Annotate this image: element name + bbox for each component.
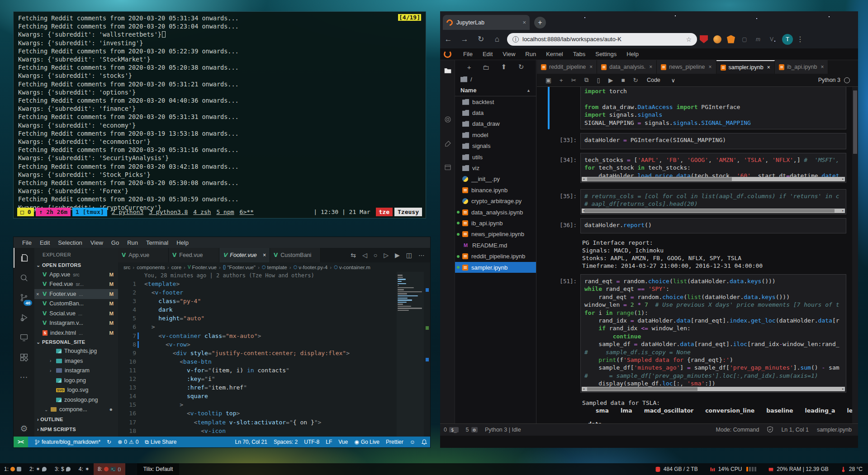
breadcrumb-item[interactable]: core [171,265,181,270]
tab-close-icon[interactable]: × [649,64,652,70]
live-share-button[interactable]: ⧉ Live Share [145,439,176,445]
encoding[interactable]: UTF-8 [304,439,319,445]
run-debug-icon[interactable] [14,308,34,328]
formatter[interactable]: Prettier [386,439,403,445]
open-editor-item[interactable]: VFeed.vuesr...M [34,280,118,290]
next-change-icon[interactable]: ▷ [384,252,389,259]
file-item-README-md[interactable]: MREADME.md [455,240,536,251]
tree-item[interactable]: logo.png [34,375,118,385]
extensions-icon[interactable] [14,347,34,367]
file-browser-icon[interactable] [440,66,455,76]
file-item-viz[interactable]: viz [455,162,536,173]
file-item-signals[interactable]: signals [455,141,536,152]
code-cell[interactable]: tech_stocks = ['AAPL', 'FB', 'GOOG', 'AM… [580,153,846,183]
terminal-window[interactable]: Fetching Reddit comments from 2020-03-20… [13,11,426,218]
remote-indicator[interactable]: >< [14,437,28,447]
file-item-backtest[interactable]: backtest [455,96,536,107]
jl-menu-view[interactable]: View [498,51,520,57]
breadcrumb-item[interactable]: "Footer.vue" [227,265,256,270]
running-sessions-icon[interactable] [440,115,455,125]
upload-icon[interactable]: ⬆ [501,63,507,71]
menu-go[interactable]: Go [107,239,123,246]
forward-icon[interactable]: → [460,35,469,44]
tab-close-icon[interactable]: × [821,64,824,70]
tab-close-icon[interactable]: × [709,64,712,70]
open-editor-item[interactable]: VSocial.vue...M [34,309,118,318]
open-editor-item[interactable]: VInstagram.v...M [34,318,118,328]
file-item-reddit_pipeline-ipynb[interactable]: reddit_pipeline.ipynb [455,251,536,261]
prev-change-icon[interactable]: ◁ [362,252,367,259]
code-editor[interactable]: You, 28 minutes ago | 2 authors (Tze How… [118,272,396,437]
v-extension-icon[interactable]: V [768,35,776,43]
tmux-window[interactable]: 2 python3 [112,209,143,215]
address-bar[interactable]: i localhost:8888/lab/workspaces/auto-K ☆ [507,33,697,46]
breadcrumb-item[interactable]: Footer.vue [192,265,217,270]
tree-item[interactable]: Thoughts.jpg [34,347,118,356]
breadcrumb[interactable]: src›components›core›VFooter.vue›{}"Foote… [118,262,430,272]
breadcrumb-item[interactable]: v-container.m [339,265,370,270]
home-icon[interactable]: ⌂ [493,35,502,44]
site-info-icon[interactable]: i [512,36,519,43]
file-list-header[interactable]: Name▲ [455,85,536,96]
metamask-extension-icon[interactable] [727,35,735,43]
code-cell[interactable]: rand_eqt = random.choice(list(dataHolder… [580,274,846,393]
language-mode[interactable]: Vue [338,439,348,445]
file-item-news_pipeline-ipynb[interactable]: news_pipeline.ipynb [455,229,536,240]
file-item-data[interactable]: data [455,107,536,118]
editor-tab-app-vue[interactable]: VApp.vue [118,248,169,262]
menu-selection[interactable]: Selection [54,239,86,246]
cursor-position[interactable]: Ln 70, Col 21 [235,439,267,445]
tmux-window[interactable]: 5 npm [216,209,234,215]
editor-tab-footer-vue[interactable]: VFooter.vue× [219,248,270,262]
more-actions-icon[interactable]: ⋯ [14,367,34,387]
file-item-__init__-py[interactable]: __init__.py [455,174,536,185]
nb-tab-data_analysis-[interactable]: data_analysis.× [597,60,657,74]
workspace-8[interactable]: 8:>_⟨⟩ [94,463,125,475]
tmux-window[interactable]: 3 python3.8 [149,209,188,215]
project-folder-header[interactable]: ⌄ PERSONAL_SITE [34,338,118,347]
minimap[interactable] [397,272,424,437]
paste-cell-icon[interactable]: ▯ [597,76,600,84]
browser-window[interactable]: JupyterLab × + ← → ↻ ⌂ i localhost:8888/… [440,11,858,448]
code-cell[interactable]: dataHolder = PGInterface(SIGNAL_MAPPING) [580,133,846,149]
new-folder-icon[interactable]: 🗀 [483,63,489,71]
new-tab-button[interactable]: + [534,17,546,28]
remote-explorer-icon[interactable] [14,328,34,347]
profile-avatar[interactable]: T [782,34,793,45]
more-icon[interactable]: ⋯ [418,252,425,259]
tmux-window[interactable]: 6>** [240,209,254,215]
jl-menu-edit[interactable]: Edit [478,51,498,57]
file-item-model[interactable]: model [455,129,536,140]
problems-indicator[interactable]: ⊗ 0 ⚠ 0 [118,439,138,445]
editor-tab-custombani[interactable]: VCustomBani [270,248,321,262]
kernel-name[interactable]: Python 3 [818,77,840,83]
menu-help[interactable]: Help [172,239,193,246]
cell-hscrollbar[interactable]: ◂▸ [582,209,845,213]
settings-gear-icon[interactable]: ⚙ [14,423,34,434]
jl-menu-run[interactable]: Run [520,51,541,57]
copy-cell-icon[interactable]: ⧉ [584,76,589,84]
new-launcher-icon[interactable]: + [467,63,471,71]
menu-terminal[interactable]: Terminal [142,239,172,246]
file-breadcrumb[interactable]: / [455,74,536,85]
file-item-crypto_arbitrage-py[interactable]: crypto_arbitrage.py [455,196,536,207]
jl-menu-tabs[interactable]: Tabs [568,51,590,57]
explorer-icon[interactable] [14,248,34,268]
workspace-3[interactable]: 3:$ [51,463,75,475]
menu-view[interactable]: View [86,239,107,246]
taskbar-window-title[interactable]: Tilix: Default [137,463,180,475]
code-cell[interactable]: # returns_cols = [col for col in list(aa… [580,189,846,214]
run-file-icon[interactable]: ▶ [395,252,400,259]
nb-tab-news_pipeline[interactable]: news_pipeline× [657,60,716,74]
code-cell[interactable]: dataHolder.report() [580,218,846,233]
eol[interactable]: LF [326,439,332,445]
indentation[interactable]: Spaces: 2 [274,439,298,445]
workspace-1[interactable]: 1: [0,463,25,475]
save-icon[interactable]: ▣ [545,76,551,84]
compare-icon[interactable]: ⇆ [351,252,356,259]
jl-menu-settings[interactable]: Settings [590,51,621,57]
change-dot-icon[interactable]: ○ [374,252,377,259]
open-editor-item[interactable]: VApp.vuesrcM [34,270,118,280]
open-editors-header[interactable]: ⌄ OPEN EDITORS [34,261,118,270]
tab-close-icon[interactable]: × [767,64,770,71]
